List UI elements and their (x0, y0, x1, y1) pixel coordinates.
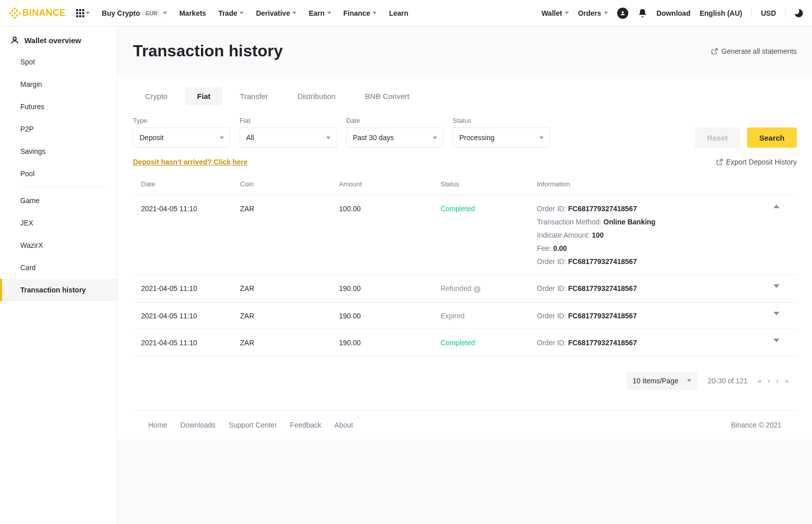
expand-icon[interactable] (773, 284, 780, 288)
nav-language[interactable]: English (AU) (699, 9, 742, 17)
nav-download[interactable]: Download (657, 9, 691, 17)
reset-button[interactable]: Reset (695, 127, 740, 148)
sidebar-item-label: Futures (20, 103, 44, 111)
sidebar-item-label: JEX (20, 219, 33, 227)
sidebar-item-p2p[interactable]: P2P (0, 118, 117, 140)
filter-label: Status (453, 117, 550, 124)
tabs: Crypto Fiat Transfer Distribution BNB Co… (133, 87, 797, 106)
search-button[interactable]: Search (747, 127, 797, 148)
info-label: Order ID: (537, 339, 566, 347)
brand-logo[interactable]: BINANCE (9, 8, 66, 19)
svg-rect-6 (16, 9, 18, 12)
info-icon[interactable]: i (473, 286, 481, 293)
chevron-down-icon (373, 12, 377, 14)
nav-label: Finance (344, 9, 370, 17)
cell-status: Expired (441, 312, 537, 320)
svg-rect-0 (13, 8, 16, 10)
sidebar-item-pool[interactable]: Pool (0, 162, 117, 185)
fiat-select[interactable]: All (240, 127, 337, 148)
nav-label: Trade (218, 9, 237, 17)
expand-icon[interactable] (773, 312, 780, 315)
nav-wallet[interactable]: Wallet (542, 9, 569, 17)
sidebar-item-label: WazirX (20, 241, 43, 249)
sidebar-separator (20, 187, 107, 187)
main-content: Transaction history Generate all stateme… (118, 26, 812, 524)
nav-orders[interactable]: Orders (578, 9, 608, 17)
apps-menu[interactable] (76, 9, 90, 17)
footer-link-downloads[interactable]: Downloads (180, 421, 215, 429)
generate-statements-link[interactable]: Generate all statements (711, 47, 797, 55)
status-select[interactable]: Processing (453, 127, 550, 148)
info-label: Indicate Amount: (537, 231, 590, 239)
tab-transfer[interactable]: Transfer (228, 87, 280, 106)
svg-point-9 (622, 11, 624, 13)
sidebar-item-transaction-history[interactable]: Transaction history (0, 279, 117, 301)
user-avatar-icon[interactable] (617, 8, 628, 19)
table-row: 2021-04-05 11:10 ZAR 190.00 Completed Or… (133, 330, 797, 356)
sidebar-item-futures[interactable]: Futures (0, 95, 117, 118)
page-title: Transaction history (133, 42, 283, 60)
nav-label: Buy Crypto (102, 9, 140, 17)
footer-copyright: Binance © 2021 (731, 421, 782, 429)
footer-link-about[interactable]: About (334, 421, 353, 429)
sidebar-item-game[interactable]: Game (0, 189, 117, 212)
tab-label: Distribution (297, 92, 335, 101)
transactions-table: Date Coin Amount Status Information 2021… (133, 173, 797, 356)
next-page-icon[interactable]: › (776, 377, 779, 385)
sub-row: Deposit hasn't arrived? Click here Expor… (133, 158, 797, 166)
sidebar-header[interactable]: Wallet overview (0, 36, 117, 51)
info-value: 100 (592, 231, 603, 239)
tab-bnb-convert[interactable]: BNB Convert (353, 87, 422, 106)
last-page-icon[interactable]: » (785, 377, 789, 385)
first-page-icon[interactable]: « (758, 377, 762, 385)
col-status: Status (441, 180, 537, 188)
footer-link-feedback[interactable]: Feedback (290, 421, 321, 429)
bell-icon[interactable] (637, 8, 648, 18)
nav-buy-crypto[interactable]: Buy CryptoEUR (102, 9, 167, 17)
cell-coin: ZAR (240, 339, 339, 347)
footer-links: Home Downloads Support Center Feedback A… (148, 421, 353, 429)
tab-distribution[interactable]: Distribution (285, 87, 348, 106)
nav-currency[interactable]: USD (761, 9, 776, 17)
deposit-help-link[interactable]: Deposit hasn't arrived? Click here (133, 158, 248, 166)
filter-type: Type Deposit (133, 117, 230, 148)
sidebar-item-savings[interactable]: Savings (0, 140, 117, 162)
theme-toggle-icon[interactable] (795, 9, 803, 17)
footer-link-support[interactable]: Support Center (229, 421, 277, 429)
tab-crypto[interactable]: Crypto (133, 87, 180, 106)
nav-earn[interactable]: Earn (309, 9, 331, 17)
nav-markets[interactable]: Markets (179, 9, 206, 17)
chevron-down-icon (220, 137, 224, 139)
external-link-icon (711, 48, 718, 55)
nav-label: Markets (179, 9, 206, 17)
expand-icon[interactable] (773, 339, 780, 342)
sidebar-item-label: Card (20, 264, 36, 272)
collapse-icon[interactable] (773, 205, 780, 208)
nav-learn[interactable]: Learn (389, 9, 408, 17)
nav-finance[interactable]: Finance (344, 9, 377, 17)
col-date: Date (141, 180, 240, 188)
sidebar-item-wazirx[interactable]: WazirX (0, 234, 117, 256)
prev-page-icon[interactable]: ‹ (768, 377, 770, 385)
sidebar-item-card[interactable]: Card (0, 256, 117, 279)
nav-label: Earn (309, 9, 324, 17)
sidebar-item-margin[interactable]: Margin (0, 73, 117, 95)
nav-label: Download (657, 9, 691, 17)
info-label: Order ID: (537, 284, 566, 292)
nav-trade[interactable]: Trade (218, 9, 244, 17)
page-size-select[interactable]: 10 Items/Page (626, 372, 697, 390)
export-history-link[interactable]: Export Deposit History (716, 158, 797, 166)
date-select[interactable]: Past 30 days (346, 127, 444, 148)
table-row: 2021-04-05 11:10 ZAR 190.00 Expired Orde… (133, 303, 797, 330)
tab-fiat[interactable]: Fiat (185, 87, 223, 106)
svg-rect-3 (18, 12, 20, 14)
info-value: FC681779327418567 (568, 339, 636, 347)
nav-derivative[interactable]: Derivative (256, 9, 296, 17)
type-select[interactable]: Deposit (133, 127, 230, 148)
filter-label: Date (346, 117, 444, 124)
nav-label: USD (761, 9, 776, 17)
sidebar-item-spot[interactable]: Spot (0, 51, 117, 73)
filter-fiat: Fiat All (240, 117, 337, 148)
footer-link-home[interactable]: Home (148, 421, 167, 429)
sidebar-item-jex[interactable]: JEX (0, 212, 117, 234)
